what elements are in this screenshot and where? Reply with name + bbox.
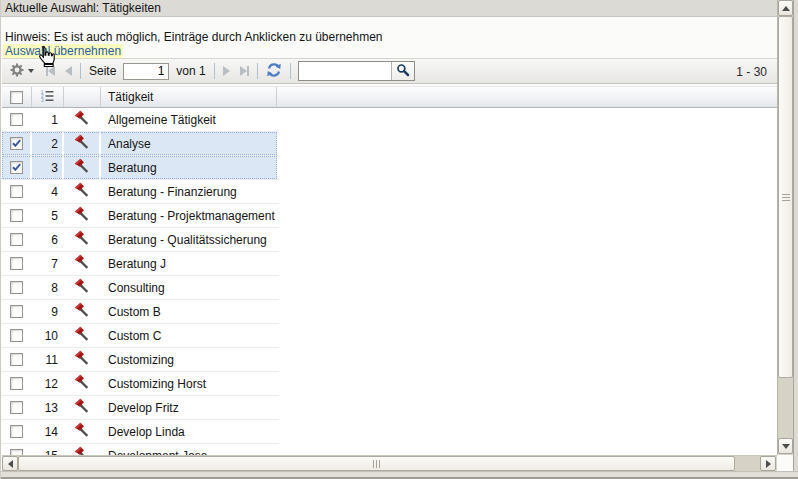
row-type-cell [64,204,99,227]
toolbar-separator [257,63,258,79]
row-checkbox[interactable] [10,185,23,198]
row-checkbox[interactable] [10,353,23,366]
page-label: Seite [89,64,116,78]
scroll-down-button[interactable] [778,438,793,454]
table-row[interactable]: 4 Beratung - Finanzierung [2,180,279,204]
row-number: 2 [32,132,62,155]
chevron-down-icon [28,69,34,73]
table-row[interactable]: 8 Consulting [2,276,279,300]
row-checkbox[interactable] [10,401,23,414]
table-row[interactable]: 11 Customizing [2,348,279,372]
window-bottom-border [1,471,798,479]
next-page-icon [223,66,230,76]
row-checkbox[interactable] [10,113,23,126]
activity-hammer-icon [74,326,90,345]
result-range-label: 1 - 30 [736,59,767,85]
row-checkbox-cell [2,420,30,443]
row-checkbox[interactable] [10,329,23,342]
row-type-cell [64,228,99,251]
hint-text: Hinweis: Es ist auch möglich, Einträge d… [5,30,383,44]
header-type-icon-cell[interactable] [64,87,101,107]
row-number: 1 [32,108,62,131]
last-page-button[interactable] [237,61,252,81]
search-button[interactable] [391,62,414,80]
row-checkbox-cell [2,348,30,371]
row-number: 8 [32,276,62,299]
settings-button[interactable] [6,61,37,81]
row-type-cell [64,348,99,371]
table-row[interactable]: 6 Beratung - Qualitätssicherung [2,228,279,252]
row-checkbox-cell [2,228,30,251]
row-label: Custom C [101,324,277,347]
row-type-cell [64,276,99,299]
row-label: Analyse [101,132,277,155]
row-checkbox[interactable] [10,161,23,174]
table-row[interactable]: 14 Develop Linda [2,420,279,444]
row-type-cell [64,252,99,275]
apply-selection-link[interactable]: Auswahl übernehmen [3,44,123,58]
activity-hammer-icon [74,182,90,201]
scroll-grip [782,194,790,201]
row-checkbox[interactable] [10,305,23,318]
scroll-up-button[interactable] [778,0,793,16]
header-row-number-cell[interactable]: 1 2 3 [32,87,64,107]
horizontal-scroll-thumb[interactable] [18,456,735,471]
prev-page-button[interactable] [62,61,75,81]
vertical-scrollbar[interactable] [777,0,793,455]
row-checkbox[interactable] [10,257,23,270]
row-checkbox[interactable] [10,233,23,246]
first-page-button[interactable] [43,61,58,81]
table-row[interactable]: 9 Custom B [2,300,279,324]
row-checkbox[interactable] [10,209,23,222]
horizontal-scrollbar[interactable] [2,455,777,471]
row-number: 10 [32,324,62,347]
row-label: Develop Linda [101,420,277,443]
row-checkbox[interactable] [10,137,23,150]
header-activity-column[interactable]: Tätigkeit [101,87,277,107]
table-row[interactable]: 3 Beratung [2,156,279,180]
activity-hammer-icon [74,230,90,249]
row-checkbox-cell [2,324,30,347]
row-number: 6 [32,228,62,251]
activity-hammer-icon [74,206,90,225]
table-row[interactable]: 13 Develop Fritz [2,396,279,420]
scroll-left-button[interactable] [2,456,18,471]
last-page-icon [240,66,249,76]
row-number: 15 [32,444,62,455]
scroll-right-button[interactable] [760,456,776,471]
select-all-checkbox[interactable] [10,91,23,104]
numbered-list-icon: 1 2 3 [41,89,54,105]
table-row[interactable]: 2 Analyse [2,132,279,156]
table-row[interactable]: 15 Development Jose [2,444,279,455]
row-checkbox[interactable] [10,377,23,390]
activity-hammer-icon [74,350,90,369]
grid-toolbar: Seite von 1 [2,58,777,84]
row-label: Consulting [101,276,277,299]
row-checkbox-cell [2,444,30,455]
table-row[interactable]: 12 Customizing Horst [2,372,279,396]
row-checkbox-cell [2,252,30,275]
svg-text:3: 3 [41,98,44,102]
refresh-button[interactable] [263,61,285,81]
activity-hammer-icon [74,278,90,297]
table-row[interactable]: 7 Beratung J [2,252,279,276]
grid-header-row: 1 2 3 Tätigkeit [2,86,777,108]
row-number: 13 [32,396,62,419]
vertical-scroll-thumb[interactable] [778,16,793,378]
activity-column-label: Tätigkeit [108,90,153,104]
search-input[interactable] [299,62,391,80]
arrow-left-icon [8,460,13,468]
next-page-button[interactable] [220,61,233,81]
row-type-cell [64,324,99,347]
table-row[interactable]: 5 Beratung - Projektmanagement [2,204,279,228]
row-type-cell [64,300,99,323]
row-checkbox[interactable] [10,425,23,438]
row-number: 3 [32,156,62,179]
toolbar-separator [214,63,215,79]
row-checkbox[interactable] [10,281,23,294]
row-label: Customizing Horst [101,372,277,395]
table-row[interactable]: 1 Allgemeine Tätigkeit [2,108,279,132]
page-number-input[interactable] [123,63,169,80]
row-checkbox-cell [2,300,30,323]
table-row[interactable]: 10 Custom C [2,324,279,348]
